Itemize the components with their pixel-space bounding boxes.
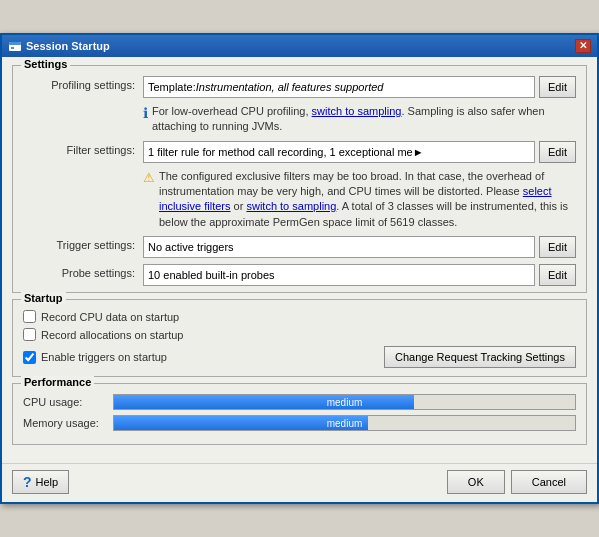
filter-warn-row: ⚠ The configured exclusive filters may b… [143,169,576,231]
main-content: Settings Profiling settings: Template: I… [2,57,597,459]
enable-triggers-checkbox[interactable] [23,351,36,364]
profiling-edit-button[interactable]: Edit [539,76,576,98]
profiling-prefix: Template: [148,81,196,93]
warning-icon: ⚠ [143,170,155,185]
window-icon [8,39,22,53]
cpu-usage-row: CPU usage: medium [23,394,576,410]
trigger-value-display: No active triggers [143,236,535,258]
title-bar-left: Session Startup [8,39,110,53]
cpu-usage-label: CPU usage: [23,396,113,408]
filter-value: 1 filter rule for method call recording,… [148,146,424,158]
filter-row: Filter settings: 1 filter rule for metho… [23,141,576,163]
profiling-field: Template: Instrumentation, all features … [143,76,576,98]
settings-group: Settings Profiling settings: Template: I… [12,65,587,293]
switch-to-sampling-link-1[interactable]: switch to sampling [312,105,402,117]
record-cpu-row: Record CPU data on startup [23,310,576,323]
dialog-footer: ? Help OK Cancel [2,463,597,502]
svg-rect-2 [11,47,14,49]
record-alloc-checkbox[interactable] [23,328,36,341]
help-icon: ? [23,474,32,490]
filter-warn-text: The configured exclusive filters may be … [159,169,576,231]
filter-edit-button[interactable]: Edit [539,141,576,163]
probe-row: Probe settings: 10 enabled built-in prob… [23,264,576,286]
ok-button[interactable]: OK [447,470,505,494]
record-alloc-row: Record allocations on startup [23,328,576,341]
performance-group-title: Performance [21,376,94,388]
memory-usage-row: Memory usage: medium [23,415,576,431]
cpu-progress-bar[interactable]: medium [113,394,576,410]
trigger-value: No active triggers [148,241,234,253]
close-button[interactable]: ✕ [575,39,591,53]
window-title: Session Startup [26,40,110,52]
trigger-edit-button[interactable]: Edit [539,236,576,258]
probe-label: Probe settings: [23,264,143,279]
info-icon: ℹ [143,105,148,121]
trigger-label: Trigger settings: [23,236,143,251]
startup-group: Startup Record CPU data on startup Recor… [12,299,587,377]
probe-value: 10 enabled built-in probes [148,269,275,281]
profiling-info-row: ℹ For low-overhead CPU profiling, switch… [143,104,576,135]
probe-edit-button[interactable]: Edit [539,264,576,286]
session-startup-window: Session Startup ✕ Settings Profiling set… [0,33,599,504]
performance-group: Performance CPU usage: medium Memory usa… [12,383,587,445]
filter-label: Filter settings: [23,141,143,156]
trigger-row: Trigger settings: No active triggers Edi… [23,236,576,258]
enable-triggers-row: Enable triggers on startup [23,351,167,364]
title-bar: Session Startup ✕ [2,35,597,57]
filter-field: 1 filter rule for method call recording,… [143,141,576,163]
warn-text-2: or [231,200,247,212]
memory-usage-label: Memory usage: [23,417,113,429]
record-cpu-label: Record CPU data on startup [41,311,179,323]
memory-progress-bar[interactable]: medium [113,415,576,431]
profiling-label: Profiling settings: [23,76,143,91]
warn-text-1: The configured exclusive filters may be … [159,170,544,197]
help-label: Help [36,476,59,488]
change-request-tracking-button[interactable]: Change Request Tracking Settings [384,346,576,368]
memory-progress-text: medium [114,416,575,430]
filter-value-display: 1 filter rule for method call recording,… [143,141,535,163]
enable-triggers-label: Enable triggers on startup [41,351,167,363]
profiling-value-display: Template: Instrumentation, all features … [143,76,535,98]
trigger-field: No active triggers Edit [143,236,576,258]
profiling-info-text: For low-overhead CPU profiling, switch t… [152,104,576,135]
settings-group-title: Settings [21,58,70,70]
probe-value-display: 10 enabled built-in probes [143,264,535,286]
cancel-button[interactable]: Cancel [511,470,587,494]
cpu-progress-text: medium [114,395,575,409]
info-text-1: For low-overhead CPU profiling, [152,105,312,117]
footer-right-buttons: OK Cancel [447,470,587,494]
startup-group-title: Startup [21,292,66,304]
help-button[interactable]: ? Help [12,470,69,494]
switch-to-sampling-link-2[interactable]: switch to sampling [246,200,336,212]
record-cpu-checkbox[interactable] [23,310,36,323]
record-alloc-label: Record allocations on startup [41,329,183,341]
profiling-value: Instrumentation, all features supported [196,81,384,93]
probe-field: 10 enabled built-in probes Edit [143,264,576,286]
svg-rect-1 [9,42,21,45]
startup-bottom-row: Enable triggers on startup Change Reques… [23,346,576,368]
profiling-row: Profiling settings: Template: Instrument… [23,76,576,98]
